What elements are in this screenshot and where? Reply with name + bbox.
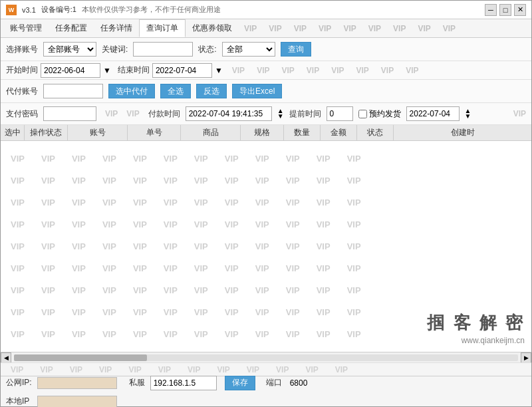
scroll-track[interactable] <box>14 354 518 361</box>
end-time-input[interactable] <box>152 63 212 78</box>
payment-row: 支付密码 VIP VIP 付款时间 ▲▼ 提前时间 预约发货 ▲▼ VIP <box>1 103 531 125</box>
local-ip-label: 本地IP <box>6 396 29 407</box>
status-select[interactable]: 全部 <box>222 42 275 57</box>
pay-time-input[interactable] <box>186 106 272 121</box>
col-header-account: 账号 <box>68 125 128 140</box>
col-header-opstatus: 操作状态 <box>25 125 68 140</box>
public-ip-label: 公网IP: <box>6 377 32 388</box>
title-bar-left: W v3.1 设备编号:1 本软件仅供学习参考，不作于任何商业用途 <box>6 5 485 15</box>
col-header-qty: 数量 <box>284 125 321 140</box>
close-button[interactable]: ✕ <box>514 4 526 16</box>
keyword-input[interactable] <box>133 42 193 57</box>
status-label: 状态: <box>198 44 216 55</box>
private-server-label: 私服 <box>129 377 145 388</box>
maximize-button[interactable]: □ <box>499 4 511 16</box>
vip-watermark-area: VIPVIPVIPVIPVIPVIPVIPVIPVIPVIPVIPVIP VIP… <box>1 141 531 352</box>
content-area: 选择账号 全部账号 关键词: 状态: 全部 查询 开始时间 ▼ 结束时间 ▼ <box>1 38 531 376</box>
batch-pay-button[interactable]: 选中代付 <box>108 84 155 98</box>
col-header-amount: 金额 <box>321 125 357 140</box>
app-icon: W <box>6 5 17 15</box>
password-input[interactable] <box>43 106 96 121</box>
pay-account-label: 代付账号 <box>6 86 38 97</box>
col-header-spec: 规格 <box>241 125 284 140</box>
local-ip-display <box>37 396 117 408</box>
start-time-label: 开始时间 <box>6 65 38 76</box>
scroll-right-button[interactable]: ▶ <box>521 352 531 363</box>
horizontal-scrollbar[interactable]: ◀ ▶ <box>1 352 531 362</box>
filter-row-2: 开始时间 ▼ 结束时间 ▼ VIP VIP VIP VIP VIP VIP VI… <box>1 61 531 80</box>
menu-coupon-receive[interactable]: 优惠券领取 <box>186 20 239 37</box>
query-button[interactable]: 查询 <box>281 42 311 57</box>
advance-time-input[interactable] <box>327 106 353 121</box>
status-bar: 公网IP: 私服 保存 端口 6800 本地IP <box>1 376 531 406</box>
title-device: 设备编号:1 <box>41 5 76 15</box>
title-controls: ─ □ ✕ <box>485 4 526 16</box>
menu-vip-watermarks: VIP VIP VIP VIP VIP VIP VIP VIP VIP <box>239 24 529 33</box>
menu-account-management[interactable]: 账号管理 <box>3 20 49 37</box>
menu-task-detail[interactable]: 任务详情 <box>94 20 139 37</box>
col-header-status: 状态 <box>357 125 394 140</box>
pre-delivery-checkbox-label[interactable]: 预约发货 <box>358 108 401 120</box>
pre-delivery-checkbox[interactable] <box>358 110 367 118</box>
table-body: VIPVIPVIPVIPVIPVIPVIPVIPVIPVIPVIPVIP VIP… <box>1 141 531 352</box>
title-version: v3.1 <box>22 6 36 14</box>
pay-account-input[interactable] <box>43 84 103 98</box>
export-button[interactable]: 导出Excel <box>232 84 282 98</box>
title-notice: 本软件仅供学习参考，不作于任何商业用途 <box>82 5 221 15</box>
port-label: 端口 <box>266 377 282 388</box>
minimize-button[interactable]: ─ <box>485 4 497 16</box>
pre-delivery-date-input[interactable] <box>406 106 460 121</box>
save-button[interactable]: 保存 <box>225 376 255 390</box>
advance-time-label: 提前时间 <box>289 108 321 120</box>
pre-delivery-spinner[interactable]: ▲▼ <box>465 108 471 119</box>
table-header: 选中 操作状态 账号 单号 商品 规格 数量 金额 <box>1 125 531 141</box>
account-label: 选择账号 <box>6 44 38 55</box>
scroll-left-button[interactable]: ◀ <box>1 352 11 363</box>
action-row: 代付账号 选中代付 全选 反选 导出Excel <box>1 80 531 103</box>
scroll-thumb[interactable] <box>14 354 147 361</box>
password-label: 支付密码 <box>6 108 38 120</box>
main-window: W v3.1 设备编号:1 本软件仅供学习参考，不作于任何商业用途 ─ □ ✕ … <box>0 0 532 407</box>
col-header-select: 选中 <box>1 125 25 140</box>
filter-row2-vip: VIP VIP VIP VIP VIP VIP VIP VIP <box>225 66 526 75</box>
title-bar: W v3.1 设备编号:1 本软件仅供学习参考，不作于任何商业用途 ─ □ ✕ <box>1 1 531 19</box>
public-ip-display <box>37 377 117 389</box>
menu-query-order[interactable]: 查询订单 <box>139 19 186 37</box>
bottom-vip-row: VIP VIP VIP VIP VIP VIP VIP VIP VIP VIP … <box>1 362 531 376</box>
end-time-label: 结束时间 <box>118 65 150 76</box>
port-value: 6800 <box>290 378 308 388</box>
invert-button[interactable]: 反选 <box>196 84 227 98</box>
select-all-button[interactable]: 全选 <box>160 84 191 98</box>
col-header-order: 单号 <box>128 125 181 140</box>
account-select[interactable]: 全部账号 <box>43 42 96 57</box>
private-server-input[interactable] <box>150 376 217 390</box>
pay-time-spinner[interactable]: ▲▼ <box>277 108 284 119</box>
menu-task-config[interactable]: 任务配置 <box>49 20 94 37</box>
filter-row-1: 选择账号 全部账号 关键词: 状态: 全部 查询 <box>1 38 531 61</box>
pay-time-label: 付款时间 <box>148 108 180 120</box>
keyword-label: 关键词: <box>102 44 128 55</box>
col-header-product: 商品 <box>181 125 241 140</box>
col-header-createtime: 创建时 <box>394 125 531 140</box>
start-time-input[interactable] <box>41 63 100 78</box>
menu-bar: 账号管理 任务配置 任务详情 查询订单 优惠券领取 VIP VIP VIP VI… <box>1 19 531 38</box>
